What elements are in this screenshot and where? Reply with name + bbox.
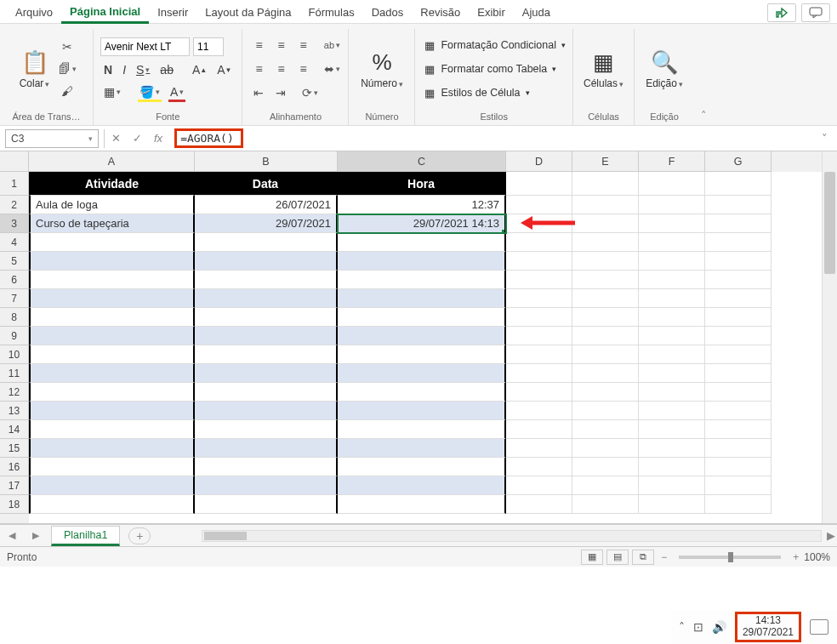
tab-arquivo[interactable]: Arquivo (7, 3, 61, 22)
row-header-11[interactable]: 11 (0, 364, 29, 383)
name-box[interactable]: C3 ▾ (5, 129, 99, 148)
hscrollbar-thumb[interactable] (204, 532, 247, 540)
copy-button[interactable]: 🗐 (58, 60, 77, 78)
cell-D17[interactable] (506, 476, 572, 495)
cell-G5[interactable] (705, 252, 772, 271)
col-header-C[interactable]: C (338, 151, 506, 172)
cell-G9[interactable] (705, 327, 772, 345)
cell-G17[interactable] (705, 476, 772, 495)
row-header-17[interactable]: 17 (0, 476, 29, 495)
expand-formula-bar-button[interactable]: ˅ (817, 132, 832, 145)
cell-D8[interactable] (506, 308, 572, 327)
cell-B15[interactable] (195, 439, 338, 458)
cell-B12[interactable] (195, 383, 338, 402)
cell-A3[interactable]: Curso de tapeçaria (29, 214, 195, 233)
collapse-ribbon-button[interactable]: ˄ (694, 29, 713, 125)
font-name-select[interactable] (100, 37, 190, 56)
align-right-button[interactable]: ≡ (293, 60, 312, 78)
cell-A18[interactable] (29, 495, 195, 514)
tab-formulas[interactable]: Fórmulas (300, 3, 363, 22)
cell-C3[interactable]: 29/07/2021 14:13 (338, 214, 506, 233)
zoom-out-button[interactable]: − (661, 551, 667, 563)
cell-C1[interactable]: Hora (338, 172, 506, 196)
view-page-break-button[interactable]: ⧉ (632, 550, 654, 565)
cell-B11[interactable] (195, 364, 338, 383)
cell-E4[interactable] (572, 233, 639, 252)
cell-F9[interactable] (639, 327, 705, 345)
cell-F1[interactable] (639, 172, 705, 196)
decrease-font-button[interactable]: A▼ (214, 61, 235, 78)
cell-A13[interactable] (29, 402, 195, 420)
row-header-7[interactable]: 7 (0, 289, 29, 308)
row-header-4[interactable]: 4 (0, 233, 29, 252)
row-header-10[interactable]: 10 (0, 345, 29, 364)
align-center-button[interactable]: ≡ (271, 60, 290, 78)
cell-B1[interactable]: Data (195, 172, 338, 196)
cell-E2[interactable] (572, 196, 639, 214)
row-header-15[interactable]: 15 (0, 439, 29, 458)
cell-B2[interactable]: 26/07/2021 (195, 196, 338, 214)
zoom-slider[interactable] (679, 556, 781, 559)
cell-A9[interactable] (29, 327, 195, 345)
editing-button[interactable]: 🔍 Edição (642, 48, 686, 91)
fill-color-button[interactable]: 🪣 (136, 83, 163, 100)
cell-D1[interactable] (506, 172, 572, 196)
wrap-text-button[interactable]: ab (322, 36, 341, 54)
row-header-5[interactable]: 5 (0, 252, 29, 271)
sheet-tab-1[interactable]: Planilha1 (51, 526, 120, 546)
border-button[interactable]: ▦ (100, 83, 124, 100)
col-header-E[interactable]: E (572, 151, 639, 172)
tab-dados[interactable]: Dados (363, 3, 413, 22)
accept-formula-button[interactable]: ✓ (129, 132, 145, 145)
cell-B7[interactable] (195, 289, 338, 308)
cell-A15[interactable] (29, 439, 195, 458)
col-header-A[interactable]: A (29, 151, 195, 172)
increase-indent-button[interactable]: ⇥ (271, 83, 290, 102)
cell-G18[interactable] (705, 495, 772, 514)
tab-inserir[interactable]: Inserir (149, 3, 196, 22)
orientation-button[interactable]: ⟳ (300, 83, 319, 102)
cell-G8[interactable] (705, 308, 772, 327)
cell-F7[interactable] (639, 289, 705, 308)
view-normal-button[interactable]: ▦ (581, 550, 603, 565)
col-header-G[interactable]: G (705, 151, 772, 172)
cell-D13[interactable] (506, 402, 572, 420)
cell-C15[interactable] (338, 439, 506, 458)
increase-font-button[interactable]: A▲ (189, 61, 210, 78)
cell-D7[interactable] (506, 289, 572, 308)
col-header-D[interactable]: D (506, 151, 572, 172)
cell-E7[interactable] (572, 289, 639, 308)
cell-F11[interactable] (639, 364, 705, 383)
cell-A6[interactable] (29, 271, 195, 289)
cell-C18[interactable] (338, 495, 506, 514)
view-page-layout-button[interactable]: ▤ (606, 550, 629, 565)
cell-B6[interactable] (195, 271, 338, 289)
add-sheet-button[interactable]: + (128, 527, 151, 544)
cell-E17[interactable] (572, 476, 639, 495)
cell-D15[interactable] (506, 439, 572, 458)
insert-function-button[interactable]: fx (151, 132, 166, 145)
font-size-select[interactable] (193, 37, 224, 56)
cell-F8[interactable] (639, 308, 705, 327)
cell-F13[interactable] (639, 402, 705, 420)
cell-E15[interactable] (572, 439, 639, 458)
row-header-1[interactable]: 1 (0, 172, 29, 196)
cell-B16[interactable] (195, 458, 338, 476)
cell-F10[interactable] (639, 345, 705, 364)
cell-F2[interactable] (639, 196, 705, 214)
cell-G12[interactable] (705, 383, 772, 402)
cell-B14[interactable] (195, 420, 338, 439)
cell-A11[interactable] (29, 364, 195, 383)
cell-G16[interactable] (705, 458, 772, 476)
cell-D14[interactable] (506, 420, 572, 439)
cell-G11[interactable] (705, 364, 772, 383)
cancel-formula-button[interactable]: ✕ (108, 132, 124, 145)
bold-button[interactable]: N (100, 61, 116, 78)
zoom-in-button[interactable]: + (793, 551, 799, 563)
cell-E5[interactable] (572, 252, 639, 271)
cell-E9[interactable] (572, 327, 639, 345)
formula-input[interactable]: =AGORA() (174, 129, 811, 148)
row-header-3[interactable]: 3 (0, 214, 29, 233)
cell-E8[interactable] (572, 308, 639, 327)
cell-C4[interactable] (338, 233, 506, 252)
